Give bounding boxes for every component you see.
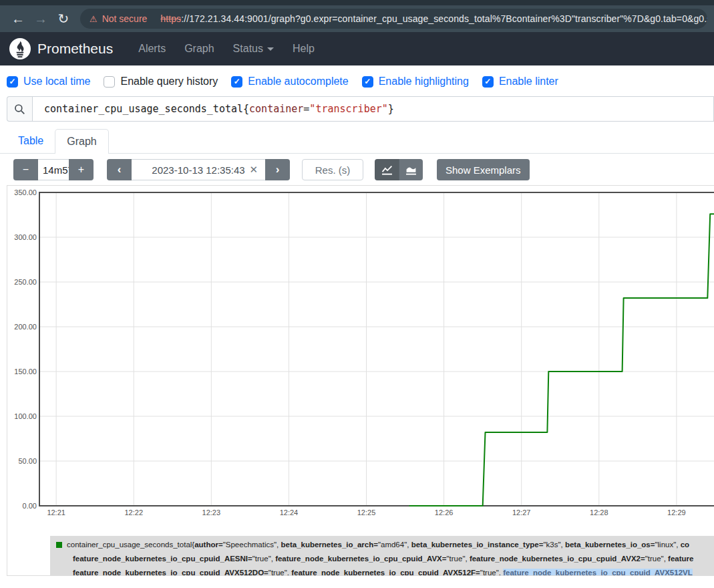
option-enable-linter[interactable]: ✓ Enable linter (482, 76, 558, 88)
checkbox-icon[interactable]: ✓ (482, 76, 494, 88)
prometheus-navbar: Prometheus Alerts Graph Status Help (0, 32, 714, 65)
options-row: ✓ Use local time Enable query history ✓ … (0, 65, 714, 96)
not-secure-label[interactable]: Not secure (102, 13, 148, 24)
y-tick-label: 150.00 (7, 368, 37, 376)
graph-controls: − 14m57s + ‹ 2023-10-13 12:35:43 ✕ › Res… (13, 159, 714, 180)
graph-canvas[interactable] (7, 186, 714, 520)
option-enable-query-history[interactable]: Enable query history (104, 76, 218, 88)
x-tick-label: 12:26 (429, 508, 459, 517)
browser-back-button[interactable]: ← (7, 11, 29, 27)
option-use-local-time[interactable]: ✓ Use local time (7, 76, 90, 88)
x-tick-label: 12:25 (352, 508, 381, 517)
checkbox-icon[interactable]: ✓ (231, 76, 242, 88)
line-chart-button[interactable] (375, 159, 399, 180)
show-exemplars-button[interactable]: Show Exemplars (437, 159, 530, 180)
line-chart-icon (381, 164, 393, 176)
legend-line[interactable]: feature_node_kubernetes_io_cpu_cpuid_AVX… (56, 566, 714, 576)
checkbox-icon[interactable]: ✓ (362, 76, 373, 88)
nav-item-help[interactable]: Help (283, 43, 324, 55)
search-icon (14, 104, 25, 115)
range-decrease-button[interactable]: − (13, 159, 38, 180)
browser-chrome: ← → ↻ ⚠ Not secure https://172.21.34.44:… (0, 0, 714, 32)
nav-item-graph[interactable]: Graph (175, 43, 223, 55)
legend-line[interactable]: container_cpu_usage_seconds_total{author… (56, 538, 714, 552)
resolution-input[interactable]: Res. (s) (302, 159, 363, 180)
x-tick-label: 12:23 (196, 508, 226, 517)
chevron-down-icon (267, 47, 274, 51)
search-icon-box (7, 96, 32, 122)
legend-line[interactable]: feature_node_kubernetes_io_cpu_cpuid_AES… (56, 552, 714, 566)
graph-panel: 0.0050.00100.00150.00200.00250.00300.003… (7, 185, 714, 576)
datetime-group: ‹ 2023-10-13 12:35:43 ✕ › (107, 159, 290, 180)
duration-group: − 14m57s + (13, 159, 94, 180)
chart-area[interactable]: 0.0050.00100.00150.00200.00250.00300.003… (7, 186, 714, 520)
y-tick-label: 350.00 (7, 188, 37, 196)
time-back-button[interactable]: ‹ (107, 159, 132, 180)
range-increase-button[interactable]: + (69, 159, 94, 180)
query-expression-input[interactable]: container_cpu_usage_seconds_total{contai… (32, 96, 714, 122)
y-tick-label: 100.00 (7, 412, 37, 420)
range-duration-input[interactable]: 14m57s (38, 159, 69, 180)
tab-table[interactable]: Table (7, 129, 55, 153)
y-tick-label: 250.00 (7, 278, 37, 286)
stacked-chart-icon (405, 164, 417, 176)
time-forward-button[interactable]: › (265, 159, 290, 180)
y-tick-label: 50.00 (7, 457, 37, 465)
chart-type-toggle (375, 159, 423, 180)
x-tick-label: 12:21 (41, 508, 71, 517)
url-scheme: https (160, 13, 181, 24)
query-bar: container_cpu_usage_seconds_total{contai… (7, 96, 714, 122)
window-top-strip (0, 0, 714, 5)
brand-title[interactable]: Prometheus (37, 41, 113, 57)
option-enable-autocomplete[interactable]: ✓ Enable autocomplete (231, 76, 348, 88)
series-color-marker (56, 542, 62, 548)
option-enable-highlighting[interactable]: ✓ Enable highlighting (362, 76, 469, 88)
nav-item-alerts[interactable]: Alerts (129, 43, 175, 55)
url-rest: ://172.21.34.44:9001/graph?g0.expr=conta… (181, 13, 707, 24)
not-secure-warning-icon: ⚠ (90, 14, 98, 24)
y-tick-label: 300.00 (7, 233, 37, 241)
checkbox-icon[interactable] (104, 76, 115, 88)
address-bar[interactable]: ⚠ Not secure https://172.21.34.44:9001/g… (80, 9, 707, 29)
datetime-input[interactable]: 2023-10-13 12:35:43 ✕ (132, 159, 265, 180)
clear-datetime-icon[interactable]: ✕ (249, 164, 258, 176)
x-tick-label: 12:29 (662, 508, 691, 517)
y-tick-label: 0.00 (7, 502, 37, 510)
x-tick-label: 12:22 (119, 508, 148, 517)
browser-reload-button[interactable]: ↻ (52, 11, 75, 27)
nav-item-status[interactable]: Status (224, 43, 283, 55)
stacked-chart-button[interactable] (399, 159, 423, 180)
x-tick-label: 12:27 (507, 508, 536, 517)
browser-forward-button[interactable]: → (29, 11, 52, 27)
prometheus-logo-icon[interactable] (9, 38, 31, 59)
panel-tabs: Table Graph (0, 129, 714, 154)
tab-graph[interactable]: Graph (55, 129, 108, 154)
x-tick-label: 12:28 (584, 508, 614, 517)
x-tick-label: 12:24 (274, 508, 303, 517)
legend: container_cpu_usage_seconds_total{author… (50, 536, 714, 576)
y-tick-label: 200.00 (7, 323, 37, 331)
checkbox-icon[interactable]: ✓ (7, 76, 18, 88)
url-text[interactable]: https://172.21.34.44:9001/graph?g0.expr=… (160, 13, 707, 24)
